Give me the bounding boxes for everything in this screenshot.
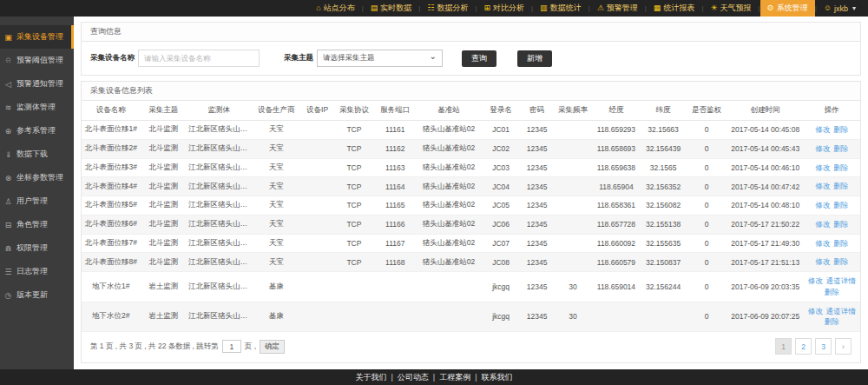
edit-link[interactable]: 修改 bbox=[815, 144, 830, 153]
nav-item-site-distribution[interactable]: ⌂站点分布 bbox=[309, 0, 361, 17]
channel-detail-link[interactable]: 通道详情 bbox=[826, 276, 856, 285]
nav-item-label: 实时数据 bbox=[380, 3, 411, 14]
cell-body: 江北新区猪头山滑... bbox=[187, 121, 251, 140]
cell-latitude: 32.15663 bbox=[641, 121, 686, 140]
edit-link[interactable]: 修改 bbox=[808, 307, 823, 315]
channel-detail-link[interactable]: 通道详情 bbox=[826, 307, 856, 315]
sidebar-item-alert-notification[interactable]: ◁预警通知管理 bbox=[0, 72, 74, 96]
delete-link[interactable]: 删除 bbox=[825, 288, 839, 296]
sidebar-item-data-download[interactable]: ⇓数据下载 bbox=[0, 143, 74, 166]
column-header-login: 登录名 bbox=[482, 101, 520, 121]
table-row: 北斗表面位移7#北斗监测江北新区猪头山滑...天宝TCP11167猪头山基准站0… bbox=[82, 234, 860, 253]
app-window: ⌂站点分布|▤实时数据|☷数据分析|⊞对比分析|▥数据统计|⚠预警管理|▦统计报… bbox=[0, 0, 868, 385]
content: 查询信息 采集设备名称 采集主题 请选择采集主题 ⌄ 查询 新增 bbox=[74, 17, 868, 369]
sidebar-item-role-management[interactable]: ⊟角色管理 bbox=[0, 213, 74, 236]
sidebar-item-coordinate-params[interactable]: ⊗坐标参数管理 bbox=[0, 166, 74, 189]
nav-item-alert-management[interactable]: ⚠预警管理 bbox=[590, 0, 645, 17]
cell-latitude: 32.156352 bbox=[641, 177, 686, 196]
cell-created: 2017-05-14 00:46:10 bbox=[727, 158, 804, 177]
cell-topic: 北斗监测 bbox=[141, 234, 187, 253]
column-header-manufacturer: 设备生产商 bbox=[251, 101, 301, 121]
column-header-protocol: 采集协议 bbox=[333, 101, 374, 121]
delete-link[interactable]: 删除 bbox=[825, 317, 839, 326]
page-2[interactable]: 2 bbox=[795, 338, 812, 355]
pagination: 第 1 页 , 共 3 页 , 共 22 条数据 , 跳转第 页 , 确定 12… bbox=[82, 332, 860, 362]
sidebar-item-alert-threshold[interactable]: ⍾预警阈值管理 bbox=[0, 49, 74, 72]
nav-item-weather-forecast[interactable]: ☀天气预报 bbox=[703, 0, 758, 17]
search-button[interactable]: 查询 bbox=[462, 50, 496, 67]
system-management-icon: ⚙ bbox=[767, 4, 774, 12]
delete-link[interactable]: 删除 bbox=[833, 125, 848, 134]
topic-select-value: 请选择采集主题 bbox=[323, 53, 375, 63]
cell-latitude: 32.150837 bbox=[641, 253, 686, 272]
column-header-created: 创建时间 bbox=[727, 101, 804, 121]
select-caret-icon: ⌄ bbox=[430, 51, 437, 61]
page-3[interactable]: 3 bbox=[815, 338, 832, 355]
edit-link[interactable]: 修改 bbox=[815, 163, 830, 172]
cell-ip bbox=[301, 234, 333, 253]
edit-link[interactable]: 修改 bbox=[815, 125, 830, 134]
device-table: 设备名称采集主题监测体设备生产商设备IP采集协议服务端口基准站登录名密码采集频率… bbox=[82, 101, 860, 332]
cell-login: JC01 bbox=[482, 121, 520, 140]
reference-system-icon: ⊕ bbox=[3, 127, 13, 136]
cell-body: 江北新区猪头山滑... bbox=[187, 158, 251, 177]
sidebar-item-reference-system[interactable]: ⊕参考系管理 bbox=[0, 119, 74, 143]
add-button[interactable]: 新增 bbox=[517, 50, 552, 67]
delete-link[interactable]: 删除 bbox=[833, 182, 848, 190]
footer-link[interactable]: 工程案例 bbox=[439, 372, 470, 383]
cell-ip bbox=[301, 121, 333, 140]
actions-cell: 修改通道详情删除 bbox=[804, 272, 860, 302]
cell-base_station: 猪头山基准站02 bbox=[416, 234, 482, 253]
cell-authorized: 0 bbox=[686, 253, 727, 272]
footer-link[interactable]: 联系我们 bbox=[482, 372, 513, 383]
table-row: 地下水位2#岩土监测江北新区猪头山滑...基康jkcgq123453002017… bbox=[82, 302, 860, 332]
delete-link[interactable]: 删除 bbox=[833, 144, 848, 153]
caret-down-icon: ▾ bbox=[852, 4, 856, 12]
delete-link[interactable]: 删除 bbox=[833, 201, 848, 209]
nav-item-label: 数据统计 bbox=[550, 3, 582, 14]
cell-manufacturer: 天宝 bbox=[251, 196, 301, 216]
nav-item-data-analysis[interactable]: ☷数据分析 bbox=[420, 0, 475, 17]
topic-select[interactable]: 请选择采集主题 ⌄ bbox=[317, 50, 443, 67]
sidebar-item-permission-management[interactable]: ⋒权限管理 bbox=[0, 236, 74, 260]
edit-link[interactable]: 修改 bbox=[815, 201, 830, 209]
query-panel: 查询信息 采集设备名称 采集主题 请选择采集主题 ⌄ 查询 新增 bbox=[81, 22, 861, 76]
sidebar-item-version-update[interactable]: ◷版本更新 bbox=[0, 283, 74, 307]
sidebar-item-monitoring-body[interactable]: ≋监测体管理 bbox=[0, 96, 74, 119]
cell-base_station: 猪头山基准站02 bbox=[416, 139, 482, 158]
jump-confirm-button[interactable]: 确定 bbox=[260, 340, 285, 354]
footer-separator: | bbox=[391, 373, 392, 382]
sidebar-item-user-management[interactable]: ♙用户管理 bbox=[0, 189, 74, 213]
sidebar-item-log-management[interactable]: ☰日志管理 bbox=[0, 260, 74, 283]
delete-link[interactable]: 删除 bbox=[833, 239, 848, 248]
device-name-input[interactable] bbox=[138, 50, 260, 67]
nav-item-data-statistics[interactable]: ▥数据统计 bbox=[533, 0, 589, 17]
query-panel-title: 查询信息 bbox=[82, 23, 860, 42]
nav-item-statistical-reports[interactable]: ▦统计报表 bbox=[647, 0, 702, 17]
column-header-body: 监测体 bbox=[187, 101, 251, 121]
nav-item-system-management[interactable]: ⚙系统管理 bbox=[760, 0, 815, 17]
footer-link[interactable]: 关于我们 bbox=[355, 372, 386, 383]
cell-login: jkcgq bbox=[482, 302, 520, 332]
alert-threshold-icon: ⍾ bbox=[3, 56, 13, 65]
edit-link[interactable]: 修改 bbox=[815, 239, 830, 248]
delete-link[interactable]: 删除 bbox=[833, 257, 848, 266]
cell-name: 北斗表面位移7# bbox=[82, 234, 141, 253]
page-jump-input[interactable] bbox=[222, 340, 241, 353]
next-page[interactable]: › bbox=[835, 338, 852, 355]
nav-item-realtime-data[interactable]: ▤实时数据 bbox=[364, 0, 419, 17]
footer-link[interactable]: 公司动态 bbox=[398, 372, 429, 383]
sidebar-item-device-management[interactable]: ▣采集设备管理 bbox=[0, 25, 74, 49]
edit-link[interactable]: 修改 bbox=[808, 276, 823, 285]
user-menu[interactable]: ☺jxkb▾ bbox=[817, 0, 863, 17]
page-1[interactable]: 1 bbox=[775, 338, 792, 355]
edit-link[interactable]: 修改 bbox=[815, 220, 830, 229]
footer-separator: | bbox=[433, 373, 435, 382]
edit-link[interactable]: 修改 bbox=[815, 257, 830, 266]
delete-link[interactable]: 删除 bbox=[833, 220, 848, 229]
cell-manufacturer: 基康 bbox=[251, 302, 301, 332]
delete-link[interactable]: 删除 bbox=[833, 163, 848, 172]
edit-link[interactable]: 修改 bbox=[815, 182, 830, 190]
nav-item-compare-analysis[interactable]: ⊞对比分析 bbox=[477, 0, 531, 17]
cell-password: 12345 bbox=[520, 234, 554, 253]
